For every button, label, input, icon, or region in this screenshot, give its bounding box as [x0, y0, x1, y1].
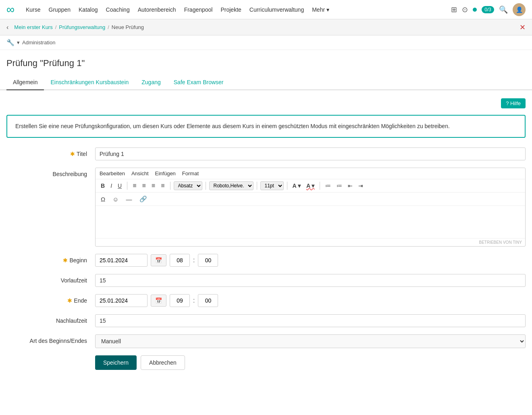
nav-autorenbereich[interactable]: Autorenbereich — [138, 6, 176, 13]
nav-right: ⊞ ⊙ 0/3 🔍 👤 — [451, 3, 526, 16]
ende-date-input[interactable] — [95, 294, 148, 307]
nachlaufzeit-input[interactable] — [95, 314, 526, 327]
user-avatar[interactable]: 👤 — [513, 3, 526, 16]
grid-icon[interactable]: ⊞ — [451, 5, 457, 14]
beginn-calendar-button[interactable]: 📅 — [151, 254, 166, 266]
breadcrumb-bar: ‹ Mein erster Kurs / Prüfungsverwaltung … — [0, 19, 532, 35]
tab-zugang[interactable]: Zugang — [135, 75, 167, 90]
align-justify-button[interactable]: ≡ — [159, 181, 166, 191]
tab-allgemein[interactable]: Allgemein — [6, 75, 44, 90]
rss-icon[interactable]: ⊙ — [462, 5, 468, 14]
sep-3 — [206, 182, 206, 190]
description-editor: Bearbeiten Ansicht Einfügen Format B I U… — [95, 168, 526, 247]
form-row-art: Art des Beginns/Endes Manuell — [6, 334, 526, 348]
ende-calendar-button[interactable]: 📅 — [151, 295, 166, 307]
font-color-button[interactable]: A ▾ — [291, 181, 303, 190]
editor-body[interactable] — [96, 206, 525, 238]
breadcrumb-sep-1: / — [55, 24, 57, 30]
nav-links: Kurse Gruppen Katalog Coaching Autorenbe… — [26, 6, 443, 13]
link-button[interactable]: 🔗 — [137, 194, 149, 204]
bold-button[interactable]: B — [99, 181, 107, 190]
sep-5 — [287, 182, 287, 190]
save-button[interactable]: Speichern — [95, 355, 137, 370]
dash-button[interactable]: — — [124, 195, 134, 204]
description-label: Beschreibung — [6, 168, 95, 177]
cancel-button[interactable]: Abbrechen — [141, 355, 185, 370]
breadcrumb-sep-2: / — [108, 24, 109, 30]
notification-badge[interactable]: 0/3 — [482, 6, 494, 13]
size-select[interactable]: 11pt — [260, 181, 284, 190]
menu-einfuegen[interactable]: Einfügen — [155, 170, 176, 176]
underline-button[interactable]: U — [116, 181, 124, 190]
sep-4 — [257, 182, 257, 190]
top-nav: ∞ Kurse Gruppen Katalog Coaching Autoren… — [0, 0, 532, 19]
tabs-bar: Allgemein Einschränkungen Kursbaustein Z… — [0, 75, 532, 90]
highlight-button[interactable]: A ▾ — [304, 181, 316, 190]
ende-min-input[interactable] — [198, 294, 218, 307]
help-button[interactable]: ? Hilfe — [501, 98, 526, 108]
menu-ansicht[interactable]: Ansicht — [131, 170, 149, 176]
ende-label: ✱Ende — [6, 294, 95, 304]
vorlaufzeit-input[interactable] — [95, 274, 526, 287]
time-sep-beginn: : — [193, 257, 195, 264]
app-logo[interactable]: ∞ — [6, 3, 15, 16]
required-star-title: ✱ — [70, 151, 75, 157]
nav-curriculum[interactable]: Curriculumverwaltung — [249, 6, 304, 13]
indent-button[interactable]: ⇥ — [356, 181, 365, 190]
nav-projekte[interactable]: Projekte — [220, 6, 241, 13]
beginn-hour-input[interactable] — [170, 254, 190, 267]
tab-safe-exam[interactable]: Safe Exam Browser — [167, 75, 230, 90]
outdent-button[interactable]: ⇤ — [346, 181, 355, 190]
breadcrumb-mein-kurs[interactable]: Mein erster Kurs — [14, 24, 52, 30]
nav-gruppen[interactable]: Gruppen — [49, 6, 71, 13]
bullet-list-button[interactable]: ≔ — [323, 181, 333, 190]
title-label: ✱Titel — [6, 147, 95, 157]
admin-label: Administration — [22, 39, 55, 46]
info-box: Erstellen Sie eine neue Prüfungskonfigur… — [6, 115, 526, 138]
form-row-beginn: ✱Beginn 📅 : — [6, 254, 526, 267]
sep-2 — [170, 182, 170, 190]
time-sep-ende: : — [193, 297, 195, 304]
editor-toolbar-2: Ω ☺ — 🔗 — [96, 193, 525, 206]
emoji-button[interactable]: ☺ — [110, 195, 121, 204]
page-title: Prüfung "Prüfung 1" — [0, 50, 532, 75]
form-row-title: ✱Titel — [6, 147, 526, 160]
ende-datetime: 📅 : — [95, 294, 218, 307]
align-left-button[interactable]: ≡ — [131, 181, 138, 191]
align-right-button[interactable]: ≡ — [150, 181, 157, 191]
wrench-icon: 🔧 — [6, 39, 15, 46]
nav-coaching[interactable]: Coaching — [106, 6, 130, 13]
beginn-min-input[interactable] — [198, 254, 218, 267]
omega-button[interactable]: Ω — [99, 195, 107, 204]
nachlaufzeit-label: Nachlaufzeit — [6, 314, 95, 324]
title-input[interactable] — [95, 147, 526, 160]
beginn-date-input[interactable] — [95, 254, 148, 267]
nav-katalog[interactable]: Katalog — [79, 6, 98, 13]
sep-6 — [320, 182, 320, 190]
editor-toolbar-1: B I U ≡ ≡ ≡ ≡ Absatz Roboto,Helve... 11p… — [96, 179, 525, 193]
menu-bearbeiten[interactable]: Bearbeiten — [100, 170, 125, 176]
italic-button[interactable]: I — [108, 181, 114, 190]
back-button[interactable]: ‹ — [6, 24, 8, 31]
font-select[interactable]: Roboto,Helve... — [209, 181, 254, 190]
nav-kurse[interactable]: Kurse — [26, 6, 41, 13]
nav-mehr[interactable]: Mehr ▾ — [312, 6, 329, 13]
paragraph-select[interactable]: Absatz — [174, 181, 202, 190]
tab-einschraenkungen[interactable]: Einschränkungen Kursbaustein — [44, 75, 135, 90]
admin-bar[interactable]: 🔧 ▾ Administration — [0, 35, 532, 50]
nav-fragenpool[interactable]: Fragenpool — [184, 6, 213, 13]
editor-footer: BETRIEBEN VON TINY — [96, 238, 525, 246]
editor-menubar: Bearbeiten Ansicht Einfügen Format — [96, 168, 525, 179]
breadcrumb-pruefungsverwaltung[interactable]: Prüfungsverwaltung — [59, 24, 105, 30]
ende-hour-input[interactable] — [170, 294, 190, 307]
status-dot — [473, 8, 477, 12]
breadcrumb: ‹ Mein erster Kurs / Prüfungsverwaltung … — [6, 24, 144, 31]
form-buttons: Speichern Abbrechen — [95, 355, 526, 370]
search-icon[interactable]: 🔍 — [499, 5, 508, 14]
sep-1 — [127, 182, 127, 190]
align-center-button[interactable]: ≡ — [140, 181, 148, 191]
numbered-list-button[interactable]: ≔ — [335, 181, 344, 190]
menu-format[interactable]: Format — [182, 170, 199, 176]
close-button[interactable]: ✕ — [520, 23, 526, 32]
art-select[interactable]: Manuell — [95, 334, 526, 348]
